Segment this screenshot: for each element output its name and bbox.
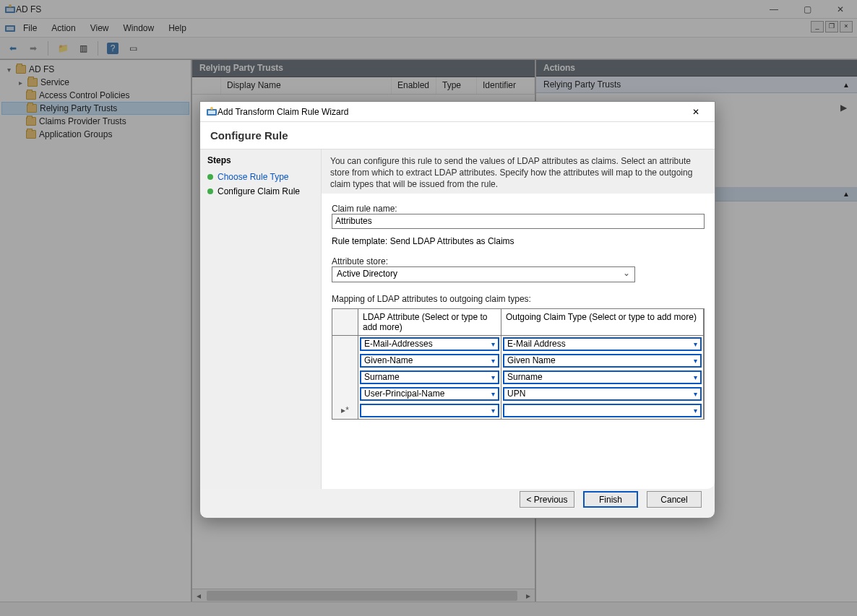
claim-type-combo-new[interactable]: ▾ [503,404,702,417]
step-bullet-icon [207,174,213,180]
properties-button[interactable]: ▭ [124,40,142,57]
folder-up-icon: 📁 [58,43,69,53]
actions-group-label: Relying Party Trusts [543,79,621,90]
column-enabled[interactable]: Enabled [392,77,436,94]
help-button[interactable]: ? [104,40,121,57]
ldap-attr-combo[interactable]: Surname▾ [360,370,499,384]
tree-item-label: Service [40,77,69,87]
wizard-steps-label: Steps [207,155,314,165]
step-choose-rule-type[interactable]: Choose Rule Type [207,170,314,184]
grid-rowhead[interactable] [332,352,358,369]
column-display-name[interactable]: Display Name [221,77,392,94]
collapse-up-icon[interactable]: ▲ [843,190,850,198]
folder-icon [27,104,37,113]
chevron-right-icon[interactable]: ▶ [840,103,847,113]
combo-value: User-Principal-Name [364,389,444,399]
window-maximize-button[interactable]: ▢ [791,0,824,19]
attribute-store-select[interactable]: Active Directory [332,266,635,282]
claim-type-combo[interactable]: UPN▾ [503,387,702,401]
grid-col-ldap[interactable]: LDAP Attribute (Select or type to add mo… [358,309,501,335]
combo-value: Given Name [507,355,556,365]
actions-group-rpt[interactable]: Relying Party Trusts ▲ [536,77,857,93]
adfs-doc-icon [4,22,16,34]
chevron-down-icon: ▾ [694,407,697,415]
ldap-attr-combo[interactable]: User-Principal-Name▾ [360,387,499,401]
mdi-minimize-button[interactable]: _ [811,21,824,32]
claim-type-combo[interactable]: E-Mail Address▾ [503,337,702,351]
claim-type-combo[interactable]: Given Name▾ [503,354,702,368]
grid-rowhead[interactable] [332,336,358,352]
tree-item-label: Application Groups [39,129,112,139]
previous-button-label: < Previous [526,495,567,505]
collapse-up-icon[interactable]: ▲ [843,81,850,89]
menu-help[interactable]: Help [161,21,194,35]
grid-col-claim[interactable]: Outgoing Claim Type (Select or type to a… [501,309,704,335]
folder-icon [26,130,36,139]
finish-button-label: Finish [599,495,622,505]
mdi-close-button[interactable]: × [840,21,853,32]
mdi-restore-button[interactable]: ❐ [825,21,838,32]
show-hide-tree-button[interactable]: ▥ [74,40,92,57]
arrow-right-icon: ➡ [30,43,37,53]
attribute-store-label: Attribute store: [332,256,705,266]
actions-title: Actions [536,60,857,77]
wizard-titlebar: Add Transform Claim Rule Wizard ✕ [200,102,715,122]
navigation-tree[interactable]: ▾ AD FS ▸ Service Access Control Policie… [0,60,192,602]
ldap-attr-combo[interactable]: E-Mail-Addresses▾ [360,337,499,351]
chevron-down-icon: ▾ [694,373,697,381]
wizard-close-button[interactable]: ✕ [683,104,709,120]
previous-button[interactable]: < Previous [520,491,574,508]
scroll-thumb[interactable] [207,591,517,601]
toolbar-separator-2 [98,41,98,56]
cancel-button[interactable]: Cancel [647,491,702,508]
grid-rowhead[interactable] [332,369,358,386]
nav-back-button[interactable]: ⬅ [4,40,22,57]
nav-forward-button[interactable]: ➡ [25,40,42,57]
ldap-mapping-grid[interactable]: LDAP Attribute (Select or type to add mo… [332,308,705,420]
wizard-steps: Steps Choose Rule Type Configure Claim R… [200,149,322,489]
folder-icon [27,78,38,87]
wizard-description: You can configure this rule to send the … [322,149,715,194]
chevron-down-icon: ▾ [491,340,495,348]
rule-name-input[interactable] [332,214,705,229]
tree-item-service[interactable]: ▸ Service [1,76,189,89]
tree-item-rpt[interactable]: Relying Party Trusts [1,102,189,115]
ldap-attr-combo-new[interactable]: ▾ [360,404,499,417]
chevron-down-icon: ▾ [491,373,495,381]
new-row-icon: ▸* [341,405,349,415]
tree-item-cpt[interactable]: Claims Provider Trusts [1,115,189,128]
menu-view[interactable]: View [83,21,116,35]
column-identifier[interactable]: Identifier [477,77,535,94]
grid-new-row-marker[interactable]: ▸* [332,402,358,419]
list-column-headers[interactable]: Display Name Enabled Type Identifier [192,77,535,95]
tree-collapse-icon[interactable]: ▾ [4,66,13,74]
tree-item-acp[interactable]: Access Control Policies [1,89,189,102]
statusbar [0,602,857,616]
tree-root[interactable]: ▾ AD FS [1,63,189,76]
menu-file[interactable]: File [16,21,44,35]
scroll-left-arrow-icon[interactable]: ◂ [192,589,205,602]
horizontal-scrollbar[interactable]: ◂ ▸ [192,589,535,602]
folder-icon [16,65,26,74]
window-close-button[interactable]: ✕ [824,0,857,19]
menu-action[interactable]: Action [44,21,82,35]
wizard-icon [206,106,218,118]
claim-type-combo[interactable]: Surname▾ [503,370,702,384]
help-icon: ? [107,43,119,54]
menu-window[interactable]: Window [116,21,162,35]
tree-root-label: AD FS [29,64,54,74]
step-configure-claim-rule[interactable]: Configure Claim Rule [207,184,314,199]
up-level-button[interactable]: 📁 [54,40,72,57]
finish-button[interactable]: Finish [583,491,638,508]
rule-template-text: Rule template: Send LDAP Attributes as C… [332,236,705,246]
column-type[interactable]: Type [436,77,477,94]
chevron-down-icon: ▾ [491,407,495,415]
tree-item-appgroups[interactable]: Application Groups [1,128,189,141]
grid-rowhead[interactable] [332,386,358,402]
ldap-attr-combo[interactable]: Given-Name▾ [360,354,499,368]
combo-value: Surname [507,372,543,382]
window-minimize-button[interactable]: — [757,0,791,19]
combo-value: E-Mail-Addresses [364,339,433,349]
tree-expand-icon[interactable]: ▸ [16,79,25,87]
scroll-right-arrow-icon[interactable]: ▸ [522,589,535,602]
